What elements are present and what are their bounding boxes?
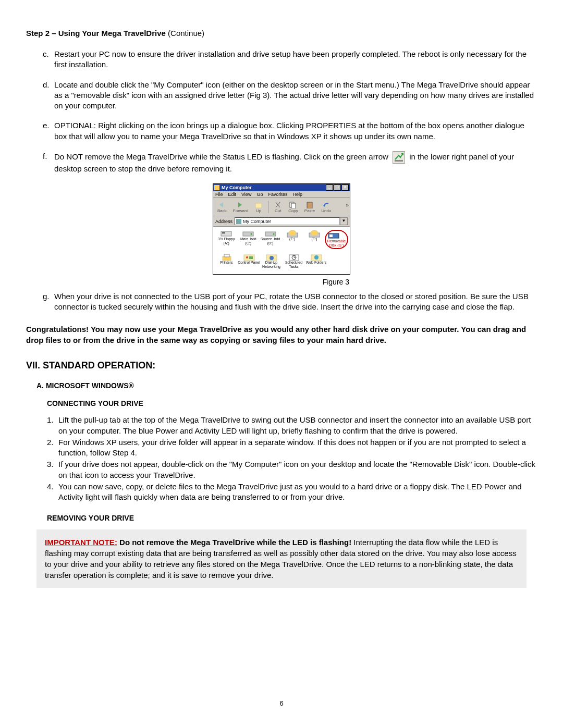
toolbar-up[interactable]: Up bbox=[254, 201, 263, 213]
svg-point-8 bbox=[251, 233, 252, 235]
menu-help[interactable]: Help bbox=[292, 192, 302, 197]
svg-point-23 bbox=[270, 256, 274, 260]
menu-file[interactable]: File bbox=[215, 192, 223, 197]
svg-rect-3 bbox=[291, 203, 296, 208]
address-bar: Address My Computer ▼ bbox=[213, 216, 350, 227]
svg-point-10 bbox=[273, 233, 274, 235]
drive-icon[interactable]: Main_hdd (C:) bbox=[237, 230, 259, 249]
window-titlebar: My Computer _ □ × bbox=[213, 184, 350, 191]
svg-rect-5 bbox=[221, 231, 231, 236]
section-vii-title: VII. STANDARD OPERATION: bbox=[26, 360, 537, 371]
toolbar-copy[interactable]: Copy bbox=[288, 201, 298, 213]
svg-point-14 bbox=[311, 230, 318, 236]
list-item-d: d. Locate and double click the "My Compu… bbox=[43, 80, 537, 112]
document-page: Step 2 – Using Your Mega TravelDrive (Co… bbox=[0, 0, 563, 728]
toolbar-cut[interactable]: Cut bbox=[274, 201, 282, 213]
svg-rect-18 bbox=[224, 254, 229, 257]
safely-remove-hardware-icon bbox=[393, 151, 405, 164]
toolbar-undo[interactable]: Undo bbox=[321, 201, 331, 213]
subsection-a: A. MICROSOFT WINDOWS® bbox=[36, 381, 537, 390]
drive-icon[interactable]: (E:) bbox=[282, 230, 303, 249]
system-folder-icon[interactable]: Control Panel bbox=[238, 253, 260, 268]
menu-edit[interactable]: Edit bbox=[228, 192, 237, 197]
address-dropdown-button[interactable]: ▼ bbox=[340, 217, 348, 225]
toolbar: Back Forward Up Cut Copy Paste Undo » bbox=[213, 198, 350, 216]
address-icon bbox=[236, 219, 241, 224]
system-folder-icon[interactable]: Dial-Up Networking bbox=[260, 253, 283, 268]
menu-view[interactable]: View bbox=[241, 192, 251, 197]
svg-rect-1 bbox=[255, 203, 262, 208]
system-folder-icon[interactable]: Web Folders bbox=[305, 253, 327, 268]
connecting-list: 1.Lift the pull-up tab at the top of the… bbox=[47, 415, 537, 502]
toolbar-forward[interactable]: Forward bbox=[233, 201, 248, 213]
drive-icon[interactable]: (F:) bbox=[303, 230, 325, 249]
page-number: 6 bbox=[0, 699, 563, 707]
figure-caption: Figure 3 bbox=[209, 278, 354, 286]
step-header-bold: Step 2 – Using Your Mega TravelDrive bbox=[26, 29, 166, 38]
step-header: Step 2 – Using Your Mega TravelDrive (Co… bbox=[26, 29, 537, 38]
figure-3: My Computer _ □ × File Edit View Go Favo… bbox=[211, 183, 352, 286]
step-header-cont: (Continue) bbox=[166, 29, 204, 38]
address-label: Address bbox=[215, 219, 232, 224]
close-button[interactable]: × bbox=[341, 184, 349, 191]
svg-rect-21 bbox=[249, 256, 253, 259]
svg-point-20 bbox=[246, 256, 248, 258]
svg-rect-16 bbox=[329, 235, 333, 237]
toolbar-paste[interactable]: Paste bbox=[304, 201, 315, 213]
connecting-header: CONNECTING YOUR DRIVE bbox=[47, 399, 537, 408]
congrats-paragraph: Congratulations! You may now use your Me… bbox=[26, 324, 537, 346]
system-folder-icon[interactable]: Printers bbox=[215, 253, 238, 268]
system-folder-icon[interactable]: Scheduled Tasks bbox=[283, 253, 305, 268]
drive-icon[interactable]: Removable Disk (G:) bbox=[325, 230, 348, 249]
drive-icon[interactable]: 3½ Floppy (A:) bbox=[215, 230, 237, 249]
minimize-button[interactable]: _ bbox=[326, 184, 333, 191]
menu-go[interactable]: Go bbox=[256, 192, 263, 197]
svg-rect-4 bbox=[307, 202, 312, 208]
icon-area: 3½ Floppy (A:)Main_hdd (C:)Source_hdd (D… bbox=[213, 227, 350, 274]
list-item-f: f. Do NOT remove the Mega TravelDrive wh… bbox=[43, 151, 537, 174]
list-item-c: c. Restart your PC now to ensure the dri… bbox=[43, 49, 537, 70]
important-note-box: IMPORTANT NOTE: Do not remove the Mega T… bbox=[36, 529, 527, 588]
address-input[interactable]: My Computer bbox=[235, 217, 340, 225]
toolbar-back[interactable]: Back bbox=[217, 201, 227, 213]
menu-bar: File Edit View Go Favorites Help bbox=[213, 191, 350, 198]
removing-header: REMOVING YOUR DRIVE bbox=[47, 514, 537, 522]
list-item-e: e. OPTIONAL: Right clicking on the icon … bbox=[43, 120, 537, 142]
menu-favorites[interactable]: Favorites bbox=[268, 192, 287, 197]
list-item-g: g. When your drive is not connected to t… bbox=[43, 291, 537, 313]
window-icon bbox=[214, 185, 219, 190]
my-computer-window: My Computer _ □ × File Edit View Go Favo… bbox=[213, 183, 350, 275]
window-title: My Computer bbox=[222, 185, 252, 190]
drive-icon[interactable]: Source_hdd (D:) bbox=[259, 230, 281, 249]
svg-point-12 bbox=[289, 230, 296, 236]
svg-rect-0 bbox=[395, 160, 403, 162]
maximize-button[interactable]: □ bbox=[334, 184, 341, 191]
important-note-label: IMPORTANT NOTE: bbox=[45, 538, 117, 547]
svg-point-29 bbox=[314, 255, 319, 260]
toolbar-overflow-icon[interactable]: » bbox=[346, 202, 349, 208]
important-note-bold: Do not remove the Mega TravelDrive while… bbox=[117, 538, 351, 547]
svg-rect-6 bbox=[222, 232, 225, 233]
